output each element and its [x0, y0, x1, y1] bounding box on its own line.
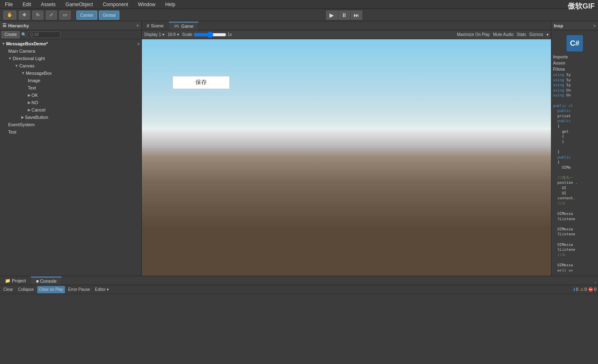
hierarchy-toolbar: Create 🔍 — [0, 30, 141, 39]
menu-item-window[interactable]: Window — [136, 2, 157, 7]
code-line-6: public cl — [553, 103, 596, 109]
hierarchy-options-button[interactable]: ≡ — [137, 23, 139, 28]
code-area: using Sy using Sy using Sy using Un usin… — [553, 72, 596, 273]
code-line-14: } — [553, 150, 596, 155]
game-save-button[interactable]: 保存 — [172, 76, 230, 89]
error-pause-button[interactable]: Error Pause — [67, 286, 92, 293]
bottom-panel-options[interactable]: ≡ — [594, 281, 598, 285]
warning-count-value: 0 — [585, 287, 587, 292]
move-tool-button[interactable]: ✥ — [19, 11, 30, 20]
hierarchy-item-savebutton[interactable]: ▶ SaveButton — [0, 114, 141, 121]
error-icon: ⛔ — [588, 287, 593, 292]
watermark-label: 傲软GIF — [568, 1, 595, 11]
log-counts: ℹ 0 ⚠ 0 ⛔ 0 — [573, 287, 596, 292]
hierarchy-item-image[interactable]: Image — [0, 77, 141, 84]
hierarchy-label-ok: OK — [31, 93, 38, 98]
code-line-21: UI — [553, 191, 596, 196]
hand-tool-button[interactable]: ✋ — [3, 11, 16, 20]
code-line-30: //② — [553, 252, 596, 258]
bottom-panel: 📁 Project ■ Console ≡ Clear Collapse Cle… — [0, 276, 598, 348]
game-viewport: 保存 — [142, 39, 551, 276]
filename-label: Filena — [553, 67, 596, 71]
center-button[interactable]: Center — [76, 11, 97, 20]
editor-dropdown-button[interactable]: Editor ▾ — [93, 286, 110, 293]
hierarchy-item-directionallight[interactable]: ▼ Directional Light — [0, 55, 141, 62]
hierarchy-label-image: Image — [28, 78, 40, 83]
inspector-body: C# Importe Assen Filena using Sy using S… — [551, 30, 598, 276]
ratio-dropdown-icon: ▾ — [177, 32, 179, 37]
inspector-panel: Insp ≡ C# Importe Assen Filena using Sy … — [551, 21, 598, 276]
hierarchy-item-cancel[interactable]: ▶ Cancel — [0, 106, 141, 114]
hierarchy-item-no[interactable]: ▶ NO — [0, 99, 141, 106]
code-line-25: lListene — [553, 217, 596, 222]
warning-icon: ⚠ — [580, 287, 584, 292]
gizmos-dropdown-icon: ▾ — [546, 32, 549, 37]
hierarchy-item-eventsystem[interactable]: EventSystem — [0, 121, 141, 128]
hierarchy-item-messagebox[interactable]: ▼ MessageBox — [0, 69, 141, 77]
rotate-tool-button[interactable]: ↻ — [32, 11, 43, 20]
bottom-toolbar: Clear Collapse Clear on Play Error Pause… — [0, 285, 598, 294]
hierarchy-label-no: NO — [31, 100, 38, 105]
mute-audio-button[interactable]: Mute Audio — [493, 32, 513, 37]
pause-button[interactable]: ⏸ — [338, 11, 350, 20]
hierarchy-label-messageboxdemo: MessageBoxDemo* — [6, 41, 48, 46]
step-button[interactable]: ⏭ — [351, 11, 362, 20]
menu-item-gameobject[interactable]: GameObject — [64, 2, 94, 7]
code-line-18: //因为一 — [553, 175, 596, 181]
hierarchy-item-maincamera[interactable]: Main Camera — [0, 47, 141, 55]
hierarchy-item-ok[interactable]: ▶ OK — [0, 92, 141, 99]
tab-scene[interactable]: # Scene — [142, 22, 169, 30]
code-line-11: get — [553, 129, 596, 134]
menu-item-component[interactable]: Component — [101, 2, 130, 7]
menu-item-file[interactable]: File — [3, 2, 14, 7]
game-tab-label: Game — [181, 24, 193, 29]
code-line-19: postion . — [553, 180, 596, 185]
maximize-on-play-button[interactable]: Maximize On Play — [457, 32, 490, 37]
code-line-27: lListene — [553, 232, 596, 237]
code-line-12: { — [553, 134, 596, 139]
hierarchy-item-messageboxdemo[interactable]: ▼ MessageBoxDemo* ≡ — [0, 40, 141, 47]
code-line-1: using Sy — [553, 72, 596, 78]
hierarchy-item-test[interactable]: Test — [0, 128, 141, 136]
scene-tab-label: Scene — [151, 23, 163, 28]
hierarchy-item-canvas[interactable]: ▼ Canvas — [0, 62, 141, 69]
menu-item-assets[interactable]: Assets — [39, 2, 57, 7]
global-button[interactable]: Global — [99, 11, 119, 20]
menu-item-help[interactable]: Help — [163, 2, 177, 7]
clear-button[interactable]: Clear — [2, 286, 15, 293]
console-tab-label: Console — [40, 279, 56, 284]
error-count-value: 0 — [594, 287, 596, 292]
rect-tool-button[interactable]: ▭ — [59, 11, 71, 20]
gizmos-button[interactable]: Gizmos — [529, 32, 543, 37]
scale-tool-button[interactable]: ⤢ — [46, 11, 57, 20]
code-line-10: { — [553, 124, 596, 129]
hierarchy-label-canvas: Canvas — [19, 63, 34, 68]
scale-slider[interactable] — [194, 33, 226, 36]
code-line-31: UIMessа — [553, 263, 596, 268]
toolbar: ✋ ✥ ↻ ⤢ ▭ Center Global ▶ ⏸ ⏭ — [0, 9, 598, 21]
main-layout: ☰ Hierarchy ≡ Create 🔍 ▼ MessageBoxDemo*… — [0, 21, 598, 276]
search-icon: 🔍 — [21, 32, 26, 37]
inspector-options[interactable]: ≡ — [594, 24, 596, 28]
tab-console[interactable]: ■ Console — [31, 277, 62, 285]
clear-on-play-button[interactable]: Clear on Play — [37, 286, 65, 293]
game-tab-icon: 🎮 — [174, 24, 179, 29]
stats-button[interactable]: Stats — [517, 32, 526, 37]
menu-item-edit[interactable]: Edit — [21, 2, 33, 7]
hierarchy-item-options[interactable]: ≡ — [137, 42, 140, 46]
code-line-24: UIMessа — [553, 211, 596, 217]
play-button[interactable]: ▶ — [326, 11, 338, 20]
imported-label: Importe — [553, 55, 596, 59]
hierarchy-search-input[interactable] — [28, 31, 60, 38]
display-label[interactable]: Display 1 — [144, 32, 161, 37]
create-button[interactable]: Create — [2, 31, 20, 38]
tab-project[interactable]: 📁 Project — [0, 277, 31, 285]
collapse-button[interactable]: Collapse — [16, 286, 36, 293]
hierarchy-label-text: Text — [28, 85, 36, 90]
ratio-label[interactable]: 16:9 — [168, 32, 175, 37]
hierarchy-item-text[interactable]: Text — [0, 84, 141, 92]
warning-count: ⚠ 0 — [580, 287, 587, 292]
scene-area: # Scene 🎮 Game Display 1 ▾ 16:9 ▾ Scale … — [142, 21, 551, 276]
tab-game[interactable]: 🎮 Game — [169, 22, 199, 30]
code-line-3: using Sy — [553, 83, 596, 88]
